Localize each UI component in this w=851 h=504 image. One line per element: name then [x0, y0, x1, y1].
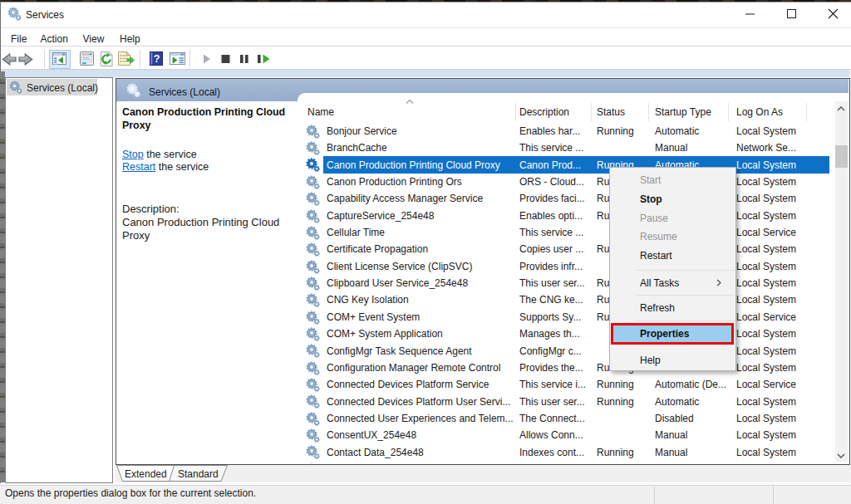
svg-text:?: ?	[154, 53, 160, 65]
